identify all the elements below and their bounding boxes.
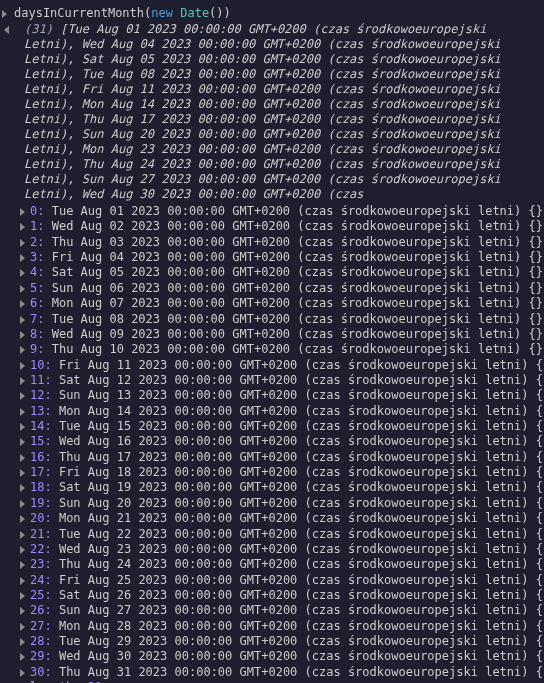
object-braces: {}	[529, 296, 543, 310]
array-entry[interactable]: 19: Sun Aug 20 2023 00:00:00 GMT+0200 (c…	[30, 496, 522, 511]
array-entry[interactable]: 16: Thu Aug 17 2023 00:00:00 GMT+0200 (c…	[30, 450, 522, 465]
object-braces: {}	[536, 588, 544, 602]
array-entry[interactable]: 8: Wed Aug 09 2023 00:00:00 GMT+0200 (cz…	[30, 327, 522, 342]
array-entry[interactable]: 12: Sun Aug 13 2023 00:00:00 GMT+0200 (c…	[30, 388, 522, 403]
entry-value: Thu Aug 10 2023 00:00:00 GMT+0200 (czas …	[44, 342, 528, 356]
fn-call: daysInCurrentMonth	[14, 6, 144, 20]
array-entry[interactable]: 9: Thu Aug 10 2023 00:00:00 GMT+0200 (cz…	[30, 342, 522, 357]
object-braces: {}	[536, 388, 544, 402]
array-entry[interactable]: 0: Tue Aug 01 2023 00:00:00 GMT+0200 (cz…	[30, 204, 522, 219]
array-entry[interactable]: 2: Thu Aug 03 2023 00:00:00 GMT+0200 (cz…	[30, 235, 522, 250]
entry-index: 2:	[30, 235, 44, 249]
array-entry[interactable]: 6: Mon Aug 07 2023 00:00:00 GMT+0200 (cz…	[30, 296, 522, 311]
entry-value: Mon Aug 28 2023 00:00:00 GMT+0200 (czas …	[52, 619, 536, 633]
array-entry[interactable]: 13: Mon Aug 14 2023 00:00:00 GMT+0200 (c…	[30, 404, 522, 419]
entry-value: Thu Aug 31 2023 00:00:00 GMT+0200 (czas …	[52, 665, 536, 679]
array-entry[interactable]: 20: Mon Aug 21 2023 00:00:00 GMT+0200 (c…	[30, 511, 522, 526]
object-braces: {}	[536, 619, 544, 633]
array-entry[interactable]: 22: Wed Aug 23 2023 00:00:00 GMT+0200 (c…	[30, 542, 522, 557]
entry-value: Mon Aug 21 2023 00:00:00 GMT+0200 (czas …	[52, 511, 536, 525]
entry-index: 9:	[30, 342, 44, 356]
console-result-summary[interactable]: (31) [Tue Aug 01 2023 00:00:00 GMT+0200 …	[14, 22, 522, 202]
object-braces: {}	[536, 557, 544, 571]
object-braces: {}	[529, 235, 543, 249]
entry-index: 15:	[30, 434, 52, 448]
array-entry[interactable]: 21: Tue Aug 22 2023 00:00:00 GMT+0200 (c…	[30, 527, 522, 542]
array-entry[interactable]: 4: Sat Aug 05 2023 00:00:00 GMT+0200 (cz…	[30, 265, 522, 280]
entry-index: 14:	[30, 419, 52, 433]
entry-value: Wed Aug 16 2023 00:00:00 GMT+0200 (czas …	[52, 434, 536, 448]
object-braces: {}	[536, 511, 544, 525]
object-braces: {}	[536, 665, 544, 679]
entry-value: Sun Aug 20 2023 00:00:00 GMT+0200 (czas …	[52, 496, 536, 510]
entry-index: 0:	[30, 204, 44, 218]
array-entry[interactable]: 23: Thu Aug 24 2023 00:00:00 GMT+0200 (c…	[30, 557, 522, 572]
entry-value: Tue Aug 08 2023 00:00:00 GMT+0200 (czas …	[44, 312, 528, 326]
entry-value: Sun Aug 06 2023 00:00:00 GMT+0200 (czas …	[44, 281, 528, 295]
entry-index: 7:	[30, 312, 44, 326]
array-entry[interactable]: 5: Sun Aug 06 2023 00:00:00 GMT+0200 (cz…	[30, 281, 522, 296]
array-length-prefix: (31)	[24, 22, 53, 36]
object-braces: {}	[529, 342, 543, 356]
object-braces: {}	[529, 265, 543, 279]
entry-index: 26:	[30, 603, 52, 617]
array-entry[interactable]: 3: Fri Aug 04 2023 00:00:00 GMT+0200 (cz…	[30, 250, 522, 265]
object-braces: {}	[529, 312, 543, 326]
array-entry[interactable]: 28: Tue Aug 29 2023 00:00:00 GMT+0200 (c…	[30, 634, 522, 649]
array-entry[interactable]: 7: Tue Aug 08 2023 00:00:00 GMT+0200 (cz…	[30, 312, 522, 327]
object-braces: {}	[536, 634, 544, 648]
array-entry[interactable]: 29: Wed Aug 30 2023 00:00:00 GMT+0200 (c…	[30, 649, 522, 664]
entry-index: 28:	[30, 634, 52, 648]
array-entry[interactable]: 17: Fri Aug 18 2023 00:00:00 GMT+0200 (c…	[30, 465, 522, 480]
console-input-line[interactable]: daysInCurrentMonth(new Date())	[14, 6, 522, 20]
array-entry[interactable]: 15: Wed Aug 16 2023 00:00:00 GMT+0200 (c…	[30, 434, 522, 449]
entry-index: 29:	[30, 649, 52, 663]
object-braces: {}	[536, 465, 544, 479]
entry-index: 3:	[30, 250, 44, 264]
array-entry[interactable]: 1: Wed Aug 02 2023 00:00:00 GMT+0200 (cz…	[30, 219, 522, 234]
object-braces: {}	[536, 527, 544, 541]
object-braces: {}	[536, 649, 544, 663]
array-entry[interactable]: 11: Sat Aug 12 2023 00:00:00 GMT+0200 (c…	[30, 373, 522, 388]
entry-value: Wed Aug 23 2023 00:00:00 GMT+0200 (czas …	[52, 542, 536, 556]
array-entry[interactable]: 14: Tue Aug 15 2023 00:00:00 GMT+0200 (c…	[30, 419, 522, 434]
console-panel: daysInCurrentMonth(new Date()) (31) [Tue…	[0, 0, 526, 683]
object-braces: {}	[529, 281, 543, 295]
array-entry[interactable]: 27: Mon Aug 28 2023 00:00:00 GMT+0200 (c…	[30, 619, 522, 634]
object-braces: {}	[536, 496, 544, 510]
array-entry[interactable]: 30: Thu Aug 31 2023 00:00:00 GMT+0200 (c…	[30, 665, 522, 680]
entry-value: Wed Aug 09 2023 00:00:00 GMT+0200 (czas …	[44, 327, 528, 341]
class-date: Date	[180, 6, 209, 20]
array-entry[interactable]: 24: Fri Aug 25 2023 00:00:00 GMT+0200 (c…	[30, 573, 522, 588]
array-entry[interactable]: 25: Sat Aug 26 2023 00:00:00 GMT+0200 (c…	[30, 588, 522, 603]
entry-index: 12:	[30, 388, 52, 402]
object-braces: {}	[536, 373, 544, 387]
array-entry[interactable]: 10: Fri Aug 11 2023 00:00:00 GMT+0200 (c…	[30, 358, 522, 373]
entry-index: 16:	[30, 450, 52, 464]
entry-value: Sun Aug 13 2023 00:00:00 GMT+0200 (czas …	[52, 388, 536, 402]
object-braces: {}	[536, 434, 544, 448]
object-braces: {}	[529, 204, 543, 218]
entry-index: 27:	[30, 619, 52, 633]
object-braces: {}	[536, 404, 544, 418]
entry-index: 5:	[30, 281, 44, 295]
object-braces: {}	[536, 419, 544, 433]
object-braces: {}	[536, 573, 544, 587]
array-entry[interactable]: 26: Sun Aug 27 2023 00:00:00 GMT+0200 (c…	[30, 603, 522, 618]
object-braces: {}	[529, 250, 543, 264]
entry-index: 25:	[30, 588, 52, 602]
entry-index: 23:	[30, 557, 52, 571]
entry-value: Mon Aug 14 2023 00:00:00 GMT+0200 (czas …	[52, 404, 536, 418]
entry-index: 11:	[30, 373, 52, 387]
object-braces: {}	[536, 542, 544, 556]
entry-index: 24:	[30, 573, 52, 587]
entry-value: Tue Aug 15 2023 00:00:00 GMT+0200 (czas …	[52, 419, 536, 433]
array-entry[interactable]: 18: Sat Aug 19 2023 00:00:00 GMT+0200 (c…	[30, 480, 522, 495]
entry-value: Sat Aug 12 2023 00:00:00 GMT+0200 (czas …	[52, 373, 536, 387]
entry-value: Sat Aug 26 2023 00:00:00 GMT+0200 (czas …	[52, 588, 536, 602]
entry-index: 4:	[30, 265, 44, 279]
entry-value: Thu Aug 17 2023 00:00:00 GMT+0200 (czas …	[52, 450, 536, 464]
entry-value: Tue Aug 22 2023 00:00:00 GMT+0200 (czas …	[52, 527, 536, 541]
entry-index: 1:	[30, 219, 44, 233]
array-blob: [Tue Aug 01 2023 00:00:00 GMT+0200 (czas…	[24, 22, 508, 201]
